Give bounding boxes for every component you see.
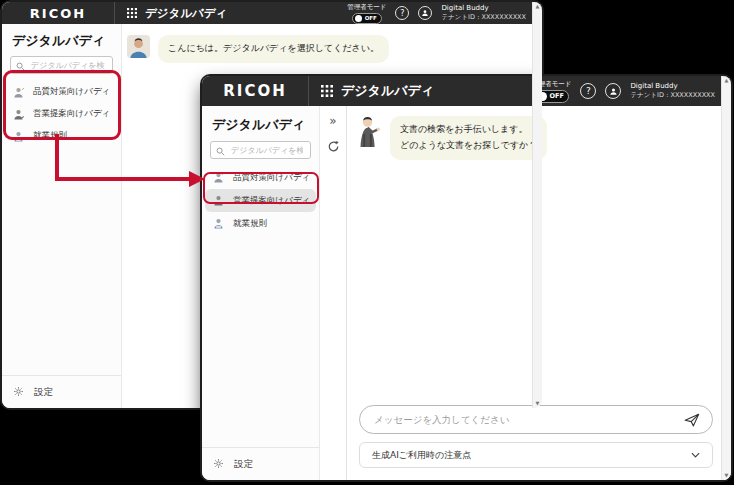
header-controls: 管理者モード OFF ? Digital Buddy テナントID：XXXXXX… [532, 80, 731, 103]
app-header: RICOH デジタルバディ 管理者モード OFF ? Digital Buddy… [202, 76, 731, 106]
chat-composer: 生成AIご利用時の注意点 [347, 405, 731, 480]
screenshot-canvas: { "colors":{ "accent_red":"#c8102e", "he… [0, 0, 734, 485]
settings-label: 設定 [234, 458, 253, 471]
account-name: Digital Buddy [630, 82, 715, 91]
tenant-id: テナントID：XXXXXXXXXX [630, 91, 715, 100]
assistant-message-line: 文書の検索をお手伝いします。 [400, 122, 537, 138]
scroll-up-icon[interactable]: ▲ [536, 2, 540, 11]
buddy-search-box[interactable] [210, 141, 311, 159]
buddy-icon [12, 130, 25, 143]
user-icon[interactable] [605, 83, 621, 99]
gear-icon [13, 386, 24, 399]
sidebar-item-sales-buddy[interactable]: 営業提案向けバディ [2, 103, 121, 125]
scroll-down-icon[interactable]: ▼ [725, 471, 729, 480]
admin-mode-group: 管理者モード OFF [347, 3, 386, 24]
buddy-icon [212, 194, 225, 207]
message-input[interactable] [372, 413, 684, 426]
sidebar-tools: » [320, 106, 347, 480]
buddy-sidebar: デジタルバディ 品質対策向けバディ 営業提案向け [202, 106, 320, 480]
scroll-up-icon[interactable]: ▲ [725, 76, 729, 85]
sidebar-item-quality-buddy[interactable]: 品質対策向けバディ [2, 81, 121, 103]
settings-button[interactable]: 設定 [202, 448, 319, 480]
collapse-sidebar-icon[interactable]: » [329, 115, 336, 127]
admin-mode-toggle[interactable]: OFF [352, 13, 382, 24]
toggle-state: OFF [365, 15, 377, 21]
account-name: Digital Buddy [441, 4, 526, 13]
sidebar-item-label: 営業提案向けバディ [233, 195, 310, 207]
settings-button[interactable]: 設定 [2, 376, 121, 408]
sidebar-item-label: 品質対策向けバディ [33, 86, 110, 98]
tenant-id: テナントID：XXXXXXXXXX [441, 13, 526, 22]
buddy-icon [212, 171, 225, 184]
window-sales-buddy-chat: RICOH デジタルバディ 管理者モード OFF ? Digital Buddy… [202, 76, 731, 480]
assistant-message-line: どのような文書をお探しですか？ [400, 138, 537, 154]
window-scrollbar[interactable]: ▲ ▼ [721, 76, 731, 480]
sidebar-title: デジタルバディ [2, 24, 121, 54]
assistant-message-bubble: 文書の検索をお手伝いします。 どのような文書をお探しですか？ [390, 116, 547, 160]
buddy-search-input[interactable] [229, 145, 305, 156]
account-info: Digital Buddy テナントID：XXXXXXXXXX [441, 4, 526, 22]
buddy-sidebar: デジタルバディ 品質対策向けバディ 営業提案向け [2, 24, 122, 408]
sidebar-item-work-rules[interactable]: 就業規則 [2, 125, 121, 147]
app-header: RICOH デジタルバディ 管理者モード OFF ? Digital Buddy… [2, 2, 542, 24]
sidebar-item-label: 営業提案向けバディ [33, 108, 110, 120]
assistant-message-bubble: こんにちは。デジタルバディを選択してください。 [158, 35, 389, 63]
buddy-search-input[interactable] [29, 60, 107, 71]
buddy-list: 品質対策向けバディ 営業提案向けバディ 就業規則 [2, 81, 121, 147]
sidebar-item-label: 品質対策向けバディ [233, 172, 310, 184]
buddy-list: 品質対策向けバディ 営業提案向けバディ 就業規則 [202, 166, 319, 235]
buddy-search-box[interactable] [10, 56, 113, 74]
buddy-icon [12, 108, 25, 121]
account-info: Digital Buddy テナントID：XXXXXXXXXX [630, 82, 715, 100]
header-divider [114, 2, 115, 24]
sidebar-item-work-rules[interactable]: 就業規則 [202, 212, 319, 235]
sidebar-title: デジタルバディ [202, 106, 319, 139]
admin-mode-label: 管理者モード [347, 3, 386, 12]
window-scrollbar[interactable]: ▲ ▼ [532, 2, 542, 408]
buddy-icon [12, 86, 25, 99]
assistant-illustration-avatar [355, 116, 382, 148]
assistant-photo-avatar [127, 35, 150, 58]
toggle-knob-icon [355, 15, 362, 22]
sidebar-item-label: 就業規則 [233, 218, 267, 230]
chevron-down-icon [691, 450, 700, 460]
user-icon[interactable] [418, 6, 432, 20]
app-grid-icon[interactable] [127, 8, 137, 18]
app-title: デジタルバディ [145, 6, 227, 21]
settings-label: 設定 [34, 386, 53, 399]
genai-notice-label: 生成AIご利用時の注意点 [372, 449, 471, 462]
toggle-state: OFF [550, 92, 564, 100]
assistant-message-row: こんにちは。デジタルバディを選択してください。 [122, 24, 542, 63]
app-grid-icon[interactable] [321, 85, 333, 97]
ricoh-logo: RICOH [202, 82, 308, 100]
header-controls: 管理者モード OFF ? Digital Buddy テナントID：XXXXXX… [347, 3, 542, 24]
gear-icon [213, 458, 224, 471]
help-icon[interactable]: ? [395, 6, 409, 20]
sidebar-item-quality-buddy[interactable]: 品質対策向けバディ [202, 166, 319, 189]
header-divider [308, 76, 309, 106]
buddy-icon [212, 217, 225, 230]
help-icon[interactable]: ? [580, 83, 596, 99]
search-icon [216, 141, 225, 160]
ricoh-logo: RICOH [2, 6, 114, 21]
send-icon[interactable] [684, 413, 700, 427]
message-input-pill[interactable] [359, 405, 713, 434]
refresh-icon[interactable] [327, 138, 340, 157]
sidebar-item-sales-buddy-selected[interactable]: 営業提案向けバディ [205, 189, 316, 212]
search-icon [16, 56, 25, 75]
sidebar-item-label: 就業規則 [33, 130, 67, 142]
genai-notice-accordion[interactable]: 生成AIご利用時の注意点 [359, 442, 713, 468]
app-title: デジタルバディ [341, 82, 434, 100]
